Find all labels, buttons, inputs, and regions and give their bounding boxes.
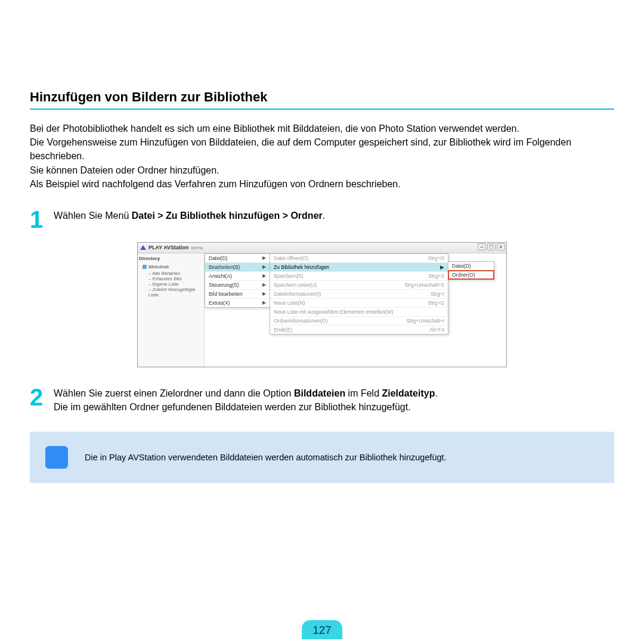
menu2-shortcut: Strg+Umschalt+I <box>407 318 444 324</box>
menu2-shortcut: Strg+O <box>428 255 444 261</box>
step-2-bold-1: Bilddateien <box>294 388 345 398</box>
menu1-label: Ansicht(A) <box>209 273 232 279</box>
sidebar-item[interactable]: – Erfasstes Bild <box>139 276 203 281</box>
menu2-label: Neue Liste(N) <box>274 300 305 306</box>
menu1-item-steuerung[interactable]: Steuerung(S)▶ <box>205 281 270 290</box>
note-text: Die in Play AVStation verwendeten Bildda… <box>85 453 447 462</box>
sidebar-root[interactable]: Bibliothek <box>139 264 203 271</box>
menu-level-1: Datei(D)▶ Bearbeiten(B)▶ Ansicht(A)▶ Ste… <box>205 253 270 308</box>
menu1-item-ansicht[interactable]: Ansicht(A)▶ <box>205 272 270 281</box>
intro-p3: Sie können Dateien oder Ordner hinzufüge… <box>30 163 614 177</box>
menu3-item-datei[interactable]: Datei(D) <box>448 262 494 271</box>
note-icon <box>45 446 68 469</box>
menu2-label: Ordnerinformationen(O) <box>274 318 327 324</box>
chevron-right-icon: ▶ <box>262 255 266 261</box>
step-1-pre: Wählen Sie Menü <box>54 210 132 221</box>
chevron-right-icon: ▶ <box>262 273 266 278</box>
step-2-t1e: . <box>435 388 437 398</box>
step-2-line2: Die im gewählten Ordner gefundenen Bildd… <box>54 400 438 414</box>
menu2-item[interactable]: Speichern(S)Strg+S <box>270 272 448 281</box>
menu2-shortcut: Alt+F4 <box>429 327 444 333</box>
step-2-t1a: Wählen Sie zuerst einen Zielordner und d… <box>54 388 294 398</box>
menu2-shortcut: Strg+G <box>428 300 444 306</box>
chevron-right-icon: ▶ <box>262 291 266 296</box>
menu2-item[interactable]: Ende(E)Alt+F4 <box>270 326 448 334</box>
menu1-label: Datei(D) <box>209 255 228 261</box>
section-rule <box>30 109 614 110</box>
step-1-bold: Datei > Zu Bibliothek hinzufügen > Ordne… <box>132 210 323 221</box>
intro-text: Bei der Photobibliothek handelt es sich … <box>30 122 614 191</box>
sidebar-root-label: Bibliothek <box>148 264 169 270</box>
menu2-label: Datei öffnen(O) <box>274 255 308 261</box>
titlebar: PLAY AVStation Menu – □ × <box>138 243 506 253</box>
menu2-item[interactable]: Neue Liste(N)Strg+G <box>270 299 448 308</box>
menu2-label: Ende(E) <box>274 327 292 333</box>
minimize-button[interactable]: – <box>478 243 486 250</box>
app-title: PLAY AVStation <box>148 244 189 250</box>
menu2-item[interactable]: Neue Liste mit ausgewählten Elementen er… <box>270 308 448 317</box>
directory-label: Directory <box>139 256 203 261</box>
menu1-label: Steuerung(S) <box>209 282 239 288</box>
menu-level-2: Datei öffnen(O)Strg+O Zu Bibliothek hinz… <box>270 253 448 335</box>
sidebar: Directory Bibliothek – Alle Bildarten – … <box>138 253 205 367</box>
menu3-item-ordner[interactable]: Ordner(O) <box>448 271 494 279</box>
menu1-item-extras[interactable]: Extras(X)▶ <box>205 299 270 307</box>
menu1-item-bild-bearbeiten[interactable]: Bild bearbeiten▶ <box>205 290 270 299</box>
menu2-label: Dateiinformationen(I) <box>274 291 321 297</box>
menu2-item[interactable]: Ordnerinformationen(O)Strg+Umschalt+I <box>270 317 448 326</box>
step-2-t1c: im Feld <box>345 388 382 398</box>
menu2-item[interactable]: Datei öffnen(O)Strg+O <box>270 254 448 263</box>
intro-p4: Als Beispiel wird nachfolgend das Verfah… <box>30 177 614 191</box>
menu-label[interactable]: Menu <box>191 245 203 250</box>
step-2-bold-2: Zieldateityp <box>382 388 435 398</box>
menu2-label: Neue Liste mit ausgewählten Elementen er… <box>274 309 393 315</box>
maximize-button[interactable]: □ <box>487 243 496 250</box>
menu2-label: Zu Bibliothek hinzufügen <box>274 264 329 270</box>
intro-p2: Die Vorgehensweise zum Hinzufügen von Bi… <box>30 135 614 163</box>
menu-level-3: Datei(D) Ordner(O) <box>448 261 494 280</box>
menu1-label: Bearbeiten(B) <box>209 264 240 270</box>
section-title: Hinzufügen von Bildern zur Bibliothek <box>30 89 614 105</box>
chevron-right-icon: ▶ <box>262 282 266 287</box>
close-button[interactable]: × <box>497 243 505 250</box>
step-2-number: 2 <box>30 385 54 409</box>
menu2-shortcut: Strg+I <box>431 291 444 297</box>
step-2-text: Wählen Sie zuerst einen Zielordner und d… <box>54 385 438 414</box>
menu2-shortcut: Strg+S <box>429 273 444 279</box>
menu2-label: Speichern(S) <box>274 273 304 279</box>
main-area: Datei(D)▶ Bearbeiten(B)▶ Ansicht(A)▶ Ste… <box>205 253 506 367</box>
menu1-item-bearbeiten[interactable]: Bearbeiten(B)▶ <box>205 263 270 272</box>
intro-p1: Bei der Photobibliothek handelt es sich … <box>30 122 614 135</box>
menu1-label: Extras(X) <box>209 300 230 306</box>
menu2-item-zu-bibliothek[interactable]: Zu Bibliothek hinzufügen▶ <box>270 263 448 272</box>
sidebar-item[interactable]: – Eigene Liste <box>139 281 203 287</box>
chevron-right-icon: ▶ <box>262 264 266 270</box>
chevron-right-icon: ▶ <box>262 300 266 305</box>
step-1-text: Wählen Sie Menü Datei > Zu Bibliothek hi… <box>54 208 325 222</box>
window-buttons: – □ × <box>478 243 505 250</box>
step-1-post: . <box>323 210 325 221</box>
sidebar-item[interactable]: – Zuletzt hinzugefügte Liste <box>139 287 203 298</box>
menu1-label: Bild bearbeiten <box>209 291 243 297</box>
menu1-item-datei[interactable]: Datei(D)▶ <box>205 254 270 263</box>
chevron-right-icon: ▶ <box>440 264 444 270</box>
app-logo-icon <box>140 245 146 250</box>
app-window: PLAY AVStation Menu – □ × Directory Bibl… <box>137 242 507 367</box>
note-box: Die in Play AVStation verwendeten Bildda… <box>30 432 614 483</box>
folder-icon <box>143 265 147 269</box>
step-1-number: 1 <box>30 208 54 231</box>
menu2-item[interactable]: Speichern unter(U)Strg+Umschalt+S <box>270 281 448 290</box>
menu2-item[interactable]: Dateiinformationen(I)Strg+I <box>270 290 448 299</box>
page-number: 127 <box>302 620 342 639</box>
app-body: Directory Bibliothek – Alle Bildarten – … <box>138 253 506 367</box>
menu2-label: Speichern unter(U) <box>274 282 317 288</box>
step-2: 2 Wählen Sie zuerst einen Zielordner und… <box>30 385 614 414</box>
sidebar-item[interactable]: – Alle Bildarten <box>139 271 203 276</box>
menu2-shortcut: Strg+Umschalt+S <box>404 282 444 288</box>
step-1: 1 Wählen Sie Menü Datei > Zu Bibliothek … <box>30 208 614 231</box>
